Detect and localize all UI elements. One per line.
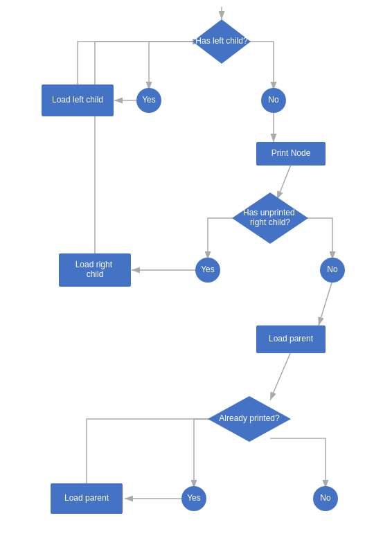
arrow-hasleft-yes [149, 42, 201, 90]
arrow-loadparent-alreadyprinted [270, 352, 291, 400]
has-left-child-label: Has left child? [195, 36, 248, 46]
arrow-no2-loadparent [319, 280, 332, 325]
has-unprinted-label: Has unprinted right child? [243, 208, 297, 227]
yes2-circle-node: Yes [195, 258, 220, 283]
yes1-circle-node: Yes [136, 88, 161, 113]
has-left-child-node: Has left child? [193, 19, 251, 64]
arrow-hasleft-no [242, 42, 274, 90]
yes2-label: Yes [201, 265, 215, 274]
no3-label: No [320, 493, 331, 503]
flowchart-diagram: Has left child? Load left child Yes No P… [0, 0, 392, 554]
arrow-already-no [270, 438, 326, 488]
load-parent-node: Load parent [256, 325, 326, 353]
no2-circle-node: No [320, 258, 345, 283]
already-printed-label: Already printed? [219, 413, 280, 423]
arrow-loadright-back [95, 42, 201, 255]
load-left-child-label: Load left child [52, 95, 103, 105]
arrow-loadleft-back [78, 42, 201, 87]
load-parent2-label: Load parent [64, 493, 109, 503]
no3-circle-node: No [313, 486, 338, 511]
print-node-node: Print Node [256, 142, 326, 166]
yes3-label: Yes [187, 493, 201, 503]
no1-label: No [268, 95, 279, 105]
already-printed-node: Already printed? [208, 396, 291, 442]
arrow-loadparent2-back [87, 419, 227, 483]
yes3-circle-node: Yes [181, 486, 206, 511]
has-unprinted-node: Has unprinted right child? [232, 193, 308, 244]
no2-label: No [327, 265, 338, 274]
arrow-already-yes [194, 419, 229, 488]
no1-circle-node: No [261, 88, 286, 113]
print-node-label: Print Node [271, 148, 311, 158]
load-parent-label: Load parent [269, 334, 314, 343]
yes1-label: Yes [142, 95, 156, 105]
load-parent2-node: Load parent [51, 483, 123, 514]
arrow-print-hasunprinted [277, 165, 291, 199]
load-right-child-node: Load right child [59, 253, 131, 287]
load-left-child-node: Load left child [42, 84, 114, 116]
